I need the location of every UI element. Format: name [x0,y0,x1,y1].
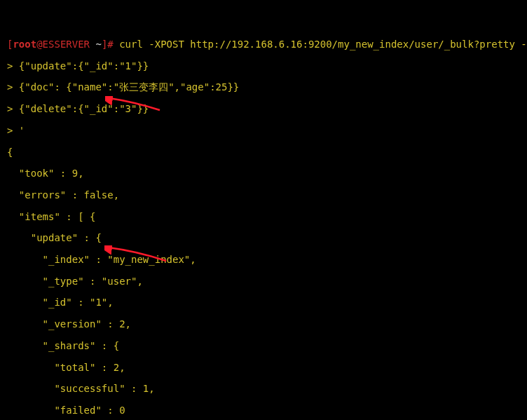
json-output-line: "successful" : 1, [7,384,520,394]
json-output-line: "errors" : false, [7,190,520,201]
json-output-line: "failed" : 0 [7,405,520,416]
json-output-line: { [7,147,520,158]
json-output-line: "update" : { [7,233,520,243]
json-output-line: "_id" : "1", [7,297,520,308]
prompt-host: ESSERVER [43,39,90,50]
prompt-user: root [13,39,36,50]
prompt-close: ]# [102,39,119,50]
stdin-line[interactable]: > ' [7,126,520,136]
prompt-path: ~ [90,39,102,50]
json-output-line: "took" : 9, [7,168,520,179]
json-output-line: "_version" : 2, [7,319,520,330]
stdin-line[interactable]: > {"doc": {"name":"张三变李四","age":25}} [7,82,520,93]
prompt-at: @ [36,39,42,50]
json-output-line: "_shards" : { [7,341,520,351]
stdin-line[interactable]: > {"delete":{"_id":"3"}} [7,104,520,114]
stdin-line[interactable]: > {"update":{"_id":"1"}} [7,61,520,72]
json-output-line: "total" : 2, [7,363,520,373]
json-output-line: "items" : [ { [7,212,520,222]
terminal-prompt-line[interactable]: [root@ESSERVER ~]# curl -XPOST http://19… [7,39,520,50]
json-output-line: "_index" : "my_new_index", [7,255,520,265]
json-output-line: "_type" : "user", [7,276,520,287]
command-text: curl -XPOST http://192.168.6.16:9200/my_… [119,39,527,50]
